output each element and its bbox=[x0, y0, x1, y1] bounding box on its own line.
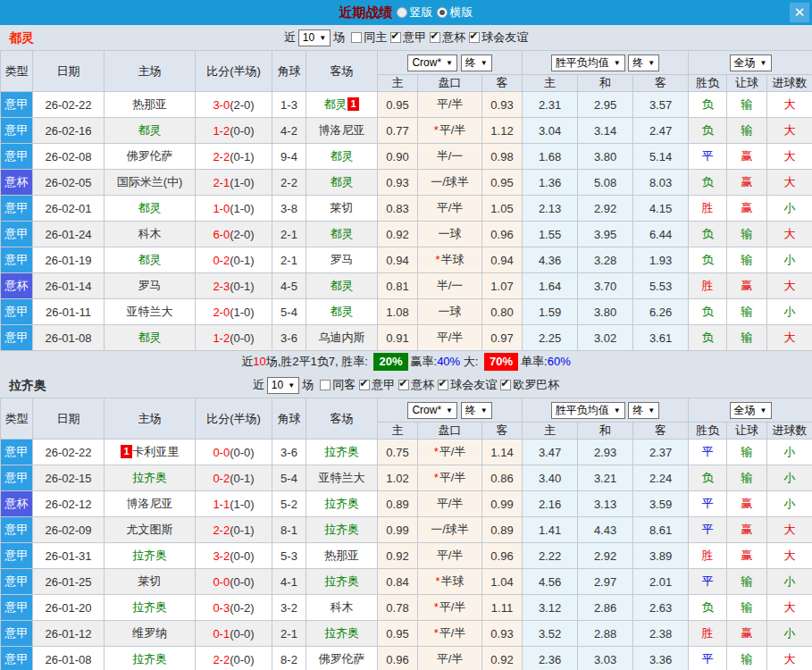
goals-result-cell: 大 bbox=[767, 543, 812, 569]
near-count-select[interactable]: 10 ▼ bbox=[267, 377, 299, 394]
team-label: 维罗纳 bbox=[132, 626, 167, 640]
filter-checkbox-球会友谊[interactable]: 球会友谊 bbox=[469, 29, 528, 46]
team-label: 卡利亚里 bbox=[133, 445, 180, 458]
match-row: 意甲26-01-19都灵0-2(0-1)2-1罗马0.94*半球0.944.36… bbox=[1, 247, 812, 273]
filter-checkbox-意甲[interactable]: 意甲 bbox=[390, 29, 426, 46]
team-section-lazio: 拉齐奥 近 10 ▼ 场 同客意甲意杯球会友谊欧罗巴杯 类型 bbox=[0, 373, 812, 670]
fullmatch-select[interactable]: 全场▼ bbox=[730, 402, 772, 419]
avg-away-cell: 2.24 bbox=[633, 465, 689, 491]
odds-home-cell: 0.75 bbox=[378, 440, 418, 465]
star-icon: * bbox=[434, 123, 439, 137]
league-cell: 意甲 bbox=[1, 222, 33, 247]
odds-away-cell: 0.95 bbox=[482, 170, 523, 196]
games-label: 场 bbox=[302, 377, 314, 393]
subcol-odds-home: 主 bbox=[378, 423, 418, 440]
date-cell: 26-01-24 bbox=[33, 222, 105, 247]
handicap-line-cell: *平/半 bbox=[418, 595, 482, 621]
home-team-cell: 佛罗伦萨 bbox=[105, 144, 196, 170]
odds-away-cell: 0.86 bbox=[482, 465, 523, 491]
star-icon: * bbox=[435, 574, 439, 588]
subcol-avg-away: 客 bbox=[633, 423, 689, 440]
filter-checkbox-意杯[interactable]: 意杯 bbox=[430, 29, 465, 46]
filter-checkbox-label: 意杯 bbox=[442, 29, 465, 46]
halftime-score: (1-0) bbox=[230, 498, 254, 511]
avg-home-cell: 3.40 bbox=[523, 465, 578, 491]
odds-home-cell: 0.95 bbox=[378, 621, 418, 647]
handicap-result-cell: 赢 bbox=[727, 196, 767, 222]
goals-result-cell: 小 bbox=[767, 569, 812, 595]
avg-time-select[interactable]: 终▼ bbox=[628, 402, 659, 419]
team-label: 拉齐奥 bbox=[132, 471, 167, 484]
filter-checkbox-意杯[interactable]: 意杯 bbox=[398, 377, 434, 393]
subcol-outcome: 胜负 bbox=[689, 75, 727, 92]
team-label: 亚特兰大 bbox=[127, 305, 173, 318]
odds-away-cell: 0.93 bbox=[482, 92, 523, 118]
corners-cell: 5-2 bbox=[272, 491, 306, 517]
outcome-cell: 胜 bbox=[689, 273, 727, 299]
vertical-layout-radio[interactable]: 竖版 bbox=[397, 4, 433, 21]
horizontal-layout-radio[interactable]: 横版 bbox=[437, 4, 473, 21]
score-cell: 2-0(1-0) bbox=[196, 299, 272, 325]
league-cell: 意甲 bbox=[1, 465, 33, 491]
avg-group-header: 胜平负均值▼ 终▼ bbox=[523, 51, 689, 75]
close-button[interactable]: ✕ bbox=[790, 3, 809, 22]
chevron-down-icon: ▼ bbox=[446, 404, 453, 417]
filter-checkbox-同主[interactable]: 同主 bbox=[351, 29, 387, 46]
filter-checkbox-同客[interactable]: 同客 bbox=[320, 377, 356, 393]
odds-away-cell: 0.98 bbox=[482, 144, 523, 170]
match-row: 意甲26-02-08佛罗伦萨2-2(0-1)9-4都灵0.90半/一0.981.… bbox=[1, 144, 812, 170]
away-team-cell: 拉齐奥 bbox=[306, 491, 378, 517]
score-cell: 2-1(1-0) bbox=[196, 170, 272, 196]
goals-result-cell: 大 bbox=[767, 595, 812, 621]
corners-cell: 3-6 bbox=[272, 440, 306, 465]
filter-checkbox-意甲[interactable]: 意甲 bbox=[359, 377, 395, 393]
team-label: 都灵 bbox=[331, 175, 354, 188]
fulltime-score: 2-2 bbox=[213, 653, 230, 666]
league-cell: 意甲 bbox=[1, 92, 33, 118]
avg-draw-cell: 3.21 bbox=[578, 465, 633, 491]
odds-home-cell: 1.08 bbox=[378, 299, 418, 325]
team-label: 拉齐奥 bbox=[324, 523, 359, 536]
avg-draw-cell: 3.02 bbox=[578, 325, 633, 351]
team-label: 拉齐奥 bbox=[132, 549, 167, 562]
date-cell: 26-02-22 bbox=[33, 440, 105, 465]
outcome-cell: 胜 bbox=[689, 543, 727, 569]
league-cell: 意甲 bbox=[1, 621, 33, 647]
near-count-select[interactable]: 10 ▼ bbox=[298, 29, 331, 46]
avg-type-select[interactable]: 胜平负均值▼ bbox=[551, 54, 625, 71]
filter-checkbox-球会友谊[interactable]: 球会友谊 bbox=[438, 377, 497, 393]
avg-away-cell: 3.61 bbox=[633, 325, 689, 351]
filter-checkbox-欧罗巴杯[interactable]: 欧罗巴杯 bbox=[500, 377, 559, 393]
bookmaker-select[interactable]: Crow*▼ bbox=[407, 402, 457, 419]
odds-time-select[interactable]: 终▼ bbox=[461, 402, 492, 419]
date-cell: 26-02-05 bbox=[33, 170, 105, 196]
avg-draw-cell: 2.88 bbox=[578, 621, 633, 647]
radio-selected-icon bbox=[437, 7, 448, 18]
handicap-line-cell: *平/半 bbox=[418, 118, 482, 144]
avg-home-cell: 3.04 bbox=[523, 118, 578, 144]
odds-time-select[interactable]: 终▼ bbox=[461, 54, 492, 71]
subcol-odds-home: 主 bbox=[378, 75, 418, 92]
fullmatch-select[interactable]: 全场▼ bbox=[730, 54, 772, 71]
avg-draw-cell: 3.95 bbox=[578, 222, 633, 247]
home-team-cell: 都灵 bbox=[105, 196, 196, 222]
home-team-cell: 科木 bbox=[105, 222, 196, 247]
avg-home-cell: 3.52 bbox=[523, 621, 578, 647]
avg-type-select[interactable]: 胜平负均值▼ bbox=[551, 402, 625, 419]
col-corners: 角球 bbox=[272, 398, 306, 440]
date-cell: 26-01-11 bbox=[33, 299, 105, 325]
date-cell: 26-02-08 bbox=[33, 144, 105, 170]
bookmaker-select[interactable]: Crow*▼ bbox=[407, 54, 457, 71]
odds-home-cell: 0.83 bbox=[378, 196, 418, 222]
avg-time-select[interactable]: 终▼ bbox=[628, 54, 659, 71]
odds-home-cell: 0.94 bbox=[378, 247, 418, 273]
goals-result-cell: 小 bbox=[767, 196, 812, 222]
odds-away-cell: 1.05 bbox=[482, 196, 523, 222]
fulltime-score: 2-3 bbox=[213, 280, 230, 293]
odds-away-cell: 0.92 bbox=[482, 647, 523, 670]
titlebar: 近期战绩 竖版 横版 ✕ bbox=[0, 0, 812, 25]
fulltime-score: 2-2 bbox=[213, 150, 230, 163]
handicap-result-cell: 赢 bbox=[727, 621, 767, 647]
fulltime-score: 6-0 bbox=[213, 228, 230, 241]
halftime-score: (0-0) bbox=[230, 446, 254, 459]
